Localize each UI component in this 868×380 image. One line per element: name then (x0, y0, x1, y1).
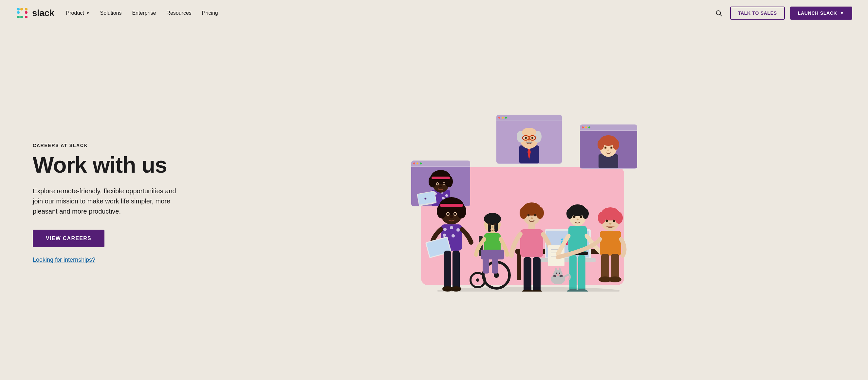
internship-link[interactable]: Looking for internships? (33, 257, 203, 263)
svg-point-112 (520, 207, 527, 219)
svg-point-79 (454, 213, 456, 215)
svg-rect-89 (444, 251, 451, 290)
svg-point-86 (452, 234, 455, 237)
svg-point-145 (613, 220, 615, 222)
illustration-container: ✦ (408, 115, 637, 292)
nav-link-enterprise[interactable]: Enterprise (132, 10, 156, 16)
svg-point-142 (598, 212, 606, 224)
svg-rect-124 (533, 257, 540, 292)
svg-point-80 (450, 216, 453, 218)
nav-link-pricing[interactable]: Pricing (202, 10, 218, 16)
svg-point-104 (494, 224, 496, 226)
svg-rect-3 (17, 16, 20, 18)
hero-content: CAREERS AT SLACK Work with us Explore re… (33, 143, 203, 263)
svg-point-78 (447, 213, 449, 215)
svg-point-105 (492, 226, 493, 228)
svg-point-24 (531, 137, 533, 139)
hero-description: Explore remote-friendly, flexible opport… (33, 186, 183, 216)
chevron-down-icon: ▼ (839, 10, 844, 16)
svg-rect-6 (25, 11, 28, 14)
hero-illustration: ✦ (203, 108, 842, 298)
hero-section: CAREERS AT SLACK Work with us Explore re… (0, 26, 868, 380)
svg-point-130 (582, 208, 589, 219)
nav-item-solutions[interactable]: Solutions (100, 10, 122, 16)
svg-point-146 (609, 223, 611, 225)
svg-point-30 (597, 139, 604, 150)
svg-rect-108 (483, 257, 489, 273)
svg-rect-118 (520, 229, 543, 257)
svg-point-157 (559, 272, 560, 274)
svg-rect-149 (611, 254, 619, 280)
svg-point-23 (525, 137, 527, 139)
svg-point-8 (716, 11, 720, 15)
svg-rect-147 (600, 231, 621, 256)
svg-marker-154 (555, 266, 557, 271)
svg-point-85 (443, 234, 446, 237)
person-elderly-man (496, 121, 562, 164)
logo-text: slack (32, 8, 54, 18)
svg-point-143 (615, 212, 623, 224)
svg-rect-58 (517, 254, 521, 280)
svg-point-84 (457, 228, 460, 232)
svg-rect-148 (601, 254, 609, 280)
svg-line-9 (720, 14, 722, 16)
logo[interactable]: slack (16, 6, 54, 20)
window-dot-green (588, 126, 590, 128)
nav-item-product[interactable]: Product ▼ (66, 10, 90, 16)
svg-point-100 (484, 213, 501, 225)
svg-point-36 (608, 150, 609, 151)
hero-eyebrow: CAREERS AT SLACK (33, 143, 203, 148)
navbar: slack Product ▼ Solutions Enterprise (0, 0, 868, 26)
svg-point-116 (530, 217, 533, 219)
hero-title: Work with us (33, 153, 203, 177)
svg-point-115 (534, 214, 536, 216)
svg-point-159 (437, 287, 620, 292)
video-window-top-center (496, 115, 562, 164)
svg-rect-109 (492, 257, 498, 273)
svg-point-129 (566, 208, 573, 219)
svg-rect-0 (17, 8, 20, 10)
svg-point-35 (610, 147, 612, 149)
slack-logo-icon (16, 6, 29, 20)
nav-item-enterprise[interactable]: Enterprise (132, 10, 156, 16)
svg-rect-75 (440, 204, 463, 207)
navbar-left: slack Product ▼ Solutions Enterprise (16, 6, 218, 20)
navbar-right: TALK TO SALES LAUNCH SLACK ▼ (712, 6, 852, 20)
svg-rect-90 (453, 251, 460, 290)
svg-rect-136 (569, 255, 577, 292)
talk-to-sales-button[interactable]: TALK TO SALES (730, 6, 785, 20)
svg-point-114 (527, 214, 529, 216)
svg-point-156 (556, 272, 557, 274)
nav-item-resources[interactable]: Resources (166, 10, 191, 16)
svg-point-34 (604, 147, 606, 149)
search-icon (715, 9, 722, 17)
nav-link-product[interactable]: Product ▼ (66, 10, 90, 16)
window-dot-red (498, 117, 500, 119)
view-careers-button[interactable]: VIEW CAREERS (33, 230, 104, 247)
svg-point-133 (577, 219, 579, 221)
svg-rect-1 (17, 11, 20, 14)
svg-rect-5 (20, 8, 23, 10)
svg-rect-2 (20, 16, 23, 18)
svg-point-132 (580, 216, 582, 218)
launch-slack-button[interactable]: LAUNCH SLACK ▼ (790, 6, 852, 20)
svg-rect-7 (25, 16, 28, 18)
svg-point-144 (606, 220, 608, 222)
nav-link-solutions[interactable]: Solutions (100, 10, 122, 16)
nav-item-pricing[interactable]: Pricing (202, 10, 218, 16)
svg-point-103 (488, 224, 491, 226)
window-dot-yellow (585, 126, 587, 128)
main-people-illustration (421, 160, 633, 292)
window-dot-yellow (416, 163, 418, 165)
svg-rect-63 (561, 238, 563, 240)
svg-point-83 (450, 226, 453, 229)
nav-link-resources[interactable]: Resources (166, 10, 191, 16)
svg-rect-137 (578, 255, 585, 292)
svg-point-96 (476, 279, 479, 282)
svg-rect-4 (25, 8, 28, 10)
svg-point-31 (613, 139, 619, 150)
window-dot-green (505, 117, 507, 119)
nav-links: Product ▼ Solutions Enterprise Resources (66, 10, 218, 16)
search-button[interactable] (712, 7, 725, 19)
svg-point-25 (528, 140, 530, 142)
